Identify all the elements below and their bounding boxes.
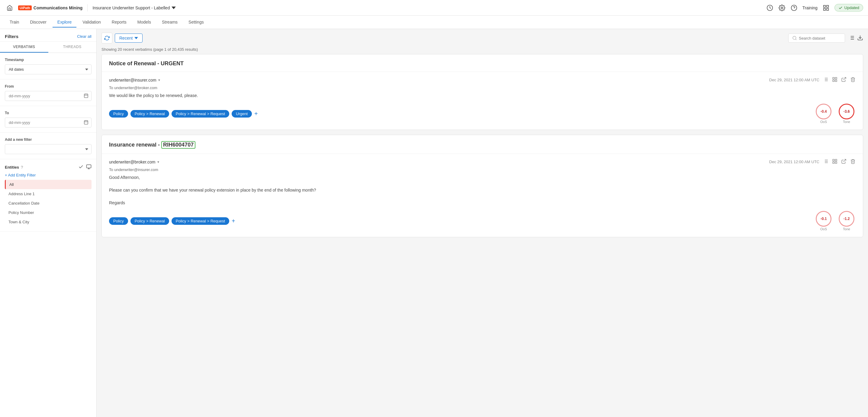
list-icon-2[interactable] bbox=[823, 159, 829, 165]
search-input[interactable] bbox=[799, 36, 841, 40]
tab-threads[interactable]: THREADS bbox=[48, 42, 97, 53]
tab-models[interactable]: Models bbox=[132, 17, 156, 28]
open-icon-2[interactable] bbox=[841, 159, 846, 165]
list-view-icon[interactable] bbox=[849, 35, 855, 42]
entity-item-all[interactable]: All bbox=[5, 180, 92, 189]
entity-item-town-city[interactable]: Town & City bbox=[5, 217, 92, 227]
oos-label-2: OoS bbox=[820, 227, 827, 231]
tag-add-2[interactable]: + bbox=[231, 217, 235, 225]
list-icon-1[interactable] bbox=[823, 77, 829, 83]
entity-item-address[interactable]: Address Line 1 bbox=[5, 189, 92, 199]
email-date-2: Dec 29, 2021 12:00 AM UTC bbox=[769, 159, 819, 164]
oos-gauge-2: -0.1 OoS bbox=[814, 211, 833, 231]
recent-button[interactable]: Recent bbox=[115, 33, 143, 42]
content-area: Recent bbox=[97, 29, 868, 417]
tags-2: Policy Policy > Renewal Policy > Renewal… bbox=[109, 217, 235, 225]
timestamp-select[interactable]: All dates bbox=[5, 64, 92, 75]
brand-name: Communications Mining bbox=[33, 5, 83, 10]
entities-title: Entities bbox=[5, 165, 19, 170]
check-icon[interactable] bbox=[78, 164, 84, 171]
tone-gauge-2: -1.2 Tone bbox=[837, 211, 856, 231]
email-from-2: underwriter@broker.com ▾ bbox=[109, 159, 159, 165]
top-bar: UiPath Communications Mining Insurance U… bbox=[0, 0, 868, 16]
add-filter-section: Add a new filter bbox=[0, 133, 96, 159]
tab-settings[interactable]: Settings bbox=[184, 17, 209, 28]
to-label: To bbox=[5, 111, 92, 115]
tab-validation[interactable]: Validation bbox=[78, 17, 105, 28]
grid-icon[interactable] bbox=[823, 4, 830, 11]
svg-rect-4 bbox=[824, 5, 826, 7]
svg-rect-44 bbox=[835, 159, 837, 161]
svg-rect-35 bbox=[835, 80, 837, 82]
entities-section: Entities ? + Add Entity Filter A bbox=[0, 159, 96, 232]
refresh-button[interactable] bbox=[101, 33, 112, 43]
settings-icon[interactable] bbox=[778, 4, 785, 11]
entities-help-icon[interactable]: ? bbox=[21, 165, 23, 170]
display-icon[interactable] bbox=[86, 164, 92, 171]
tag-add-1[interactable]: + bbox=[254, 110, 258, 117]
tag-policy-renewal-2[interactable]: Policy > Renewal bbox=[130, 217, 169, 225]
tag-policy-1[interactable]: Policy bbox=[109, 110, 128, 118]
to-filter: To bbox=[0, 106, 96, 133]
email-footer-1: Policy Policy > Renewal Policy > Renewal… bbox=[109, 103, 856, 124]
add-entity-filter-button[interactable]: + Add Entity Filter bbox=[5, 171, 36, 180]
open-icon-1[interactable] bbox=[841, 77, 846, 83]
to-date-wrap bbox=[5, 118, 92, 127]
tab-verbatims[interactable]: VERBATIMS bbox=[0, 42, 48, 53]
to-date-input[interactable] bbox=[5, 118, 92, 127]
svg-rect-5 bbox=[827, 5, 829, 7]
help-icon[interactable] bbox=[790, 4, 798, 11]
tab-discover[interactable]: Discover bbox=[25, 17, 51, 28]
grid-icon-2[interactable] bbox=[832, 159, 837, 165]
grid-icon-1[interactable] bbox=[832, 77, 837, 83]
metrics-2: -0.1 OoS -1.2 Tone bbox=[814, 211, 856, 231]
svg-line-47 bbox=[843, 159, 846, 162]
download-icon[interactable] bbox=[857, 35, 863, 42]
filters-title: Filters bbox=[5, 34, 19, 39]
tab-reports[interactable]: Reports bbox=[107, 17, 131, 28]
home-icon[interactable] bbox=[5, 3, 14, 13]
clear-all-button[interactable]: Clear all bbox=[77, 34, 92, 39]
delete-icon-2[interactable] bbox=[850, 159, 856, 165]
tag-policy-renewal-request-2[interactable]: Policy > Renewal > Request bbox=[172, 217, 229, 225]
search-box bbox=[788, 33, 845, 42]
from-dropdown-1[interactable]: ▾ bbox=[158, 78, 160, 82]
main-layout: Filters Clear all VERBATIMS THREADS Time… bbox=[0, 29, 868, 417]
view-icons bbox=[849, 35, 863, 42]
tag-policy-2[interactable]: Policy bbox=[109, 217, 128, 225]
email-card-2: Insurance renewal - RIH6004707 underwrit… bbox=[101, 135, 863, 237]
email-header-1: underwriter@insurer.com ▾ Dec 29, 2021 1… bbox=[109, 77, 856, 83]
email-to-1: To underwriter@broker.com bbox=[109, 86, 856, 90]
from-date-input[interactable] bbox=[5, 91, 92, 101]
svg-rect-34 bbox=[835, 77, 837, 79]
add-filter-label: Add a new filter bbox=[5, 138, 92, 142]
entity-item-cancellation-date[interactable]: Cancellation Date bbox=[5, 199, 92, 208]
tone-circle-1: -3.6 bbox=[839, 103, 855, 119]
dataset-selector[interactable]: Insurance Underwriter Support - Labelled bbox=[92, 5, 176, 10]
tag-policy-renewal-request-1[interactable]: Policy > Renewal > Request bbox=[172, 110, 229, 118]
entity-item-policy-number[interactable]: Policy Number bbox=[5, 208, 92, 217]
nav-tabs: Train Discover Explore Validation Report… bbox=[0, 16, 868, 29]
tone-gauge-1: -3.6 Tone bbox=[837, 103, 856, 124]
email-to-2: To underwriter@insurer.com bbox=[109, 168, 856, 172]
oos-gauge-1: -0.4 OoS bbox=[814, 103, 833, 124]
tab-streams[interactable]: Streams bbox=[157, 17, 182, 28]
tags-1: Policy Policy > Renewal Policy > Renewal… bbox=[109, 110, 258, 118]
svg-rect-12 bbox=[84, 121, 88, 124]
email-from-1: underwriter@insurer.com ▾ bbox=[109, 78, 160, 83]
tab-explore[interactable]: Explore bbox=[53, 17, 76, 28]
updated-badge: Updated bbox=[835, 4, 863, 11]
tag-policy-renewal-1[interactable]: Policy > Renewal bbox=[130, 110, 169, 118]
from-dropdown-2[interactable]: ▾ bbox=[157, 160, 159, 164]
delete-icon-1[interactable] bbox=[850, 77, 856, 83]
content-inner: Notice of Renewal - URGENT underwriter@i… bbox=[97, 54, 868, 247]
training-label: Training bbox=[803, 5, 817, 10]
add-filter-select[interactable] bbox=[5, 144, 92, 154]
tab-train[interactable]: Train bbox=[5, 17, 24, 28]
clock-icon[interactable] bbox=[766, 4, 773, 11]
svg-line-37 bbox=[843, 77, 846, 80]
svg-point-1 bbox=[781, 7, 783, 9]
oos-label-1: OoS bbox=[820, 120, 827, 124]
tag-urgent-1[interactable]: Urgent bbox=[231, 110, 252, 118]
brand: UiPath Communications Mining bbox=[18, 5, 83, 10]
